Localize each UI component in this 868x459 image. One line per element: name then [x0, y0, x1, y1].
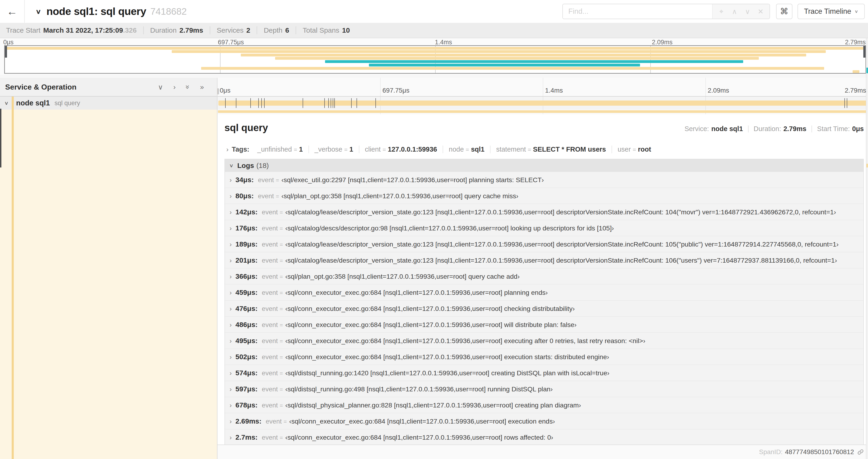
minimap-right-handle[interactable]: [863, 46, 865, 58]
log-field-name: event: [266, 418, 282, 425]
log-entry[interactable]: ›597μs:event=‹sql/distsql_running.go:498…: [225, 381, 863, 397]
chevron-right-icon: ›: [229, 418, 232, 425]
stat-trace-start: Trace Start March 31 2022, 17:25:09 .326: [6, 26, 137, 34]
log-entry[interactable]: ›495μs:event=‹sql/conn_executor_exec.go:…: [225, 332, 863, 349]
chevron-right-icon: ›: [229, 225, 232, 232]
chevron-right-icon: ›: [229, 321, 232, 329]
log-entry[interactable]: ›574μs:event=‹sql/distsql_running.go:142…: [225, 365, 863, 381]
minimap-left-handle[interactable]: [5, 46, 7, 58]
tag-value: 1: [299, 145, 303, 153]
prev-result-icon[interactable]: ∧: [728, 7, 741, 15]
log-entry[interactable]: ›366μs:event=‹sql/plan_opt.go:358 [nsql1…: [225, 268, 863, 284]
span-detail-header[interactable]: sql query Service: node sql1 Duration: 2…: [224, 122, 864, 133]
service-operation-header: Service & Operation: [5, 83, 76, 91]
stat-services: Services 2: [217, 26, 250, 34]
log-entry[interactable]: ›80μs:event=‹sql/plan_opt.go:358 [nsql1,…: [225, 188, 863, 204]
minimap-span-bar: [325, 60, 743, 63]
chevron-right-icon: ›: [229, 273, 232, 280]
log-entry[interactable]: ›201μs:event=‹sql/catalog/lease/descript…: [225, 252, 863, 268]
log-field-name: event: [262, 386, 278, 393]
tag-pill[interactable]: _unfinished=1: [252, 145, 309, 153]
tag-pill[interactable]: user=root: [612, 145, 657, 153]
log-field-value: ‹sql/distsql_running.go:1420 [nsql1,clie…: [285, 369, 610, 377]
logs-header[interactable]: ∨ Logs (18): [225, 159, 863, 172]
link-icon[interactable]: [857, 449, 864, 455]
log-field-value: ‹sql/conn_executor_exec.go:684 [nsql1,cl…: [285, 353, 609, 361]
log-entry[interactable]: ›2.7ms:event=‹sql/conn_executor_exec.go:…: [225, 429, 863, 445]
log-entry[interactable]: ›2.69ms:event=‹sql/conn_executor_exec.go…: [225, 413, 863, 429]
log-field-name: event: [262, 434, 278, 441]
tag-pill[interactable]: node=sql1: [443, 145, 491, 153]
span-name-column: Service & Operation ∨ › » » ∥ ∨ node sql…: [0, 78, 217, 459]
span-row-name-cell[interactable]: ∨ node sql1 sql query: [0, 97, 217, 110]
chevron-down-icon[interactable]: ∨: [35, 8, 41, 15]
timeline-column: 0μs 697.75μs 1.4ms 2.09ms 2.79ms sql que…: [217, 78, 868, 459]
tag-key: user: [618, 145, 631, 153]
log-field-name: event: [262, 337, 278, 345]
log-marker-tick: [328, 98, 329, 108]
chevron-right-icon: ›: [229, 209, 232, 216]
keyboard-shortcuts-button[interactable]: ⌘: [776, 4, 793, 19]
log-field-name: event: [262, 305, 278, 313]
find-input[interactable]: [563, 4, 712, 19]
log-entry[interactable]: ›176μs:event=‹sql/catalog/descs/descript…: [225, 220, 863, 236]
log-entry[interactable]: ›476μs:event=‹sql/conn_executor_exec.go:…: [225, 300, 863, 316]
log-timestamp: 201μs:: [236, 256, 257, 264]
tag-key: statement: [496, 145, 526, 153]
chevron-right-icon: ›: [229, 176, 232, 184]
chevron-down-icon: ∨: [229, 163, 234, 169]
collapse-all-icon[interactable]: »: [184, 85, 192, 89]
minimap-canvas[interactable]: [4, 45, 866, 74]
log-entry[interactable]: ›678μs:event=‹sql/distsql_physical_plann…: [225, 397, 863, 413]
ruler-tick-label: 1.4ms: [545, 87, 563, 94]
log-field-name: event: [262, 273, 278, 280]
log-entry[interactable]: ›486μs:event=‹sql/conn_executor_exec.go:…: [225, 316, 863, 332]
expand-one-icon[interactable]: ›: [174, 83, 176, 91]
log-field-value: ‹sql/catalog/descs/descriptor.go:98 [nsq…: [285, 224, 614, 232]
back-button[interactable]: ←: [0, 0, 25, 23]
detail-row-span-strip: [217, 110, 868, 114]
log-entry[interactable]: ›34μs:event=‹sql/exec_util.go:2297 [nsql…: [225, 172, 863, 188]
next-result-icon[interactable]: ∨: [741, 7, 754, 15]
log-entry[interactable]: ›189μs:event=‹sql/catalog/lease/descript…: [225, 236, 863, 252]
timeline-view: Service & Operation ∨ › » » ∥ ∨ node sql…: [0, 78, 868, 459]
log-entry[interactable]: ›142μs:event=‹sql/catalog/lease/descript…: [225, 204, 863, 220]
collapse-one-icon[interactable]: ∨: [158, 83, 163, 91]
span-service-name: node sql1: [16, 99, 50, 107]
tag-equals: =: [344, 146, 348, 153]
tag-pill[interactable]: _verbose=1: [309, 145, 359, 153]
chevron-right-icon: ›: [229, 305, 232, 313]
clear-search-icon[interactable]: ✕: [754, 7, 767, 15]
span-duration-bar[interactable]: [218, 101, 867, 106]
span-row-bar-cell[interactable]: [217, 97, 868, 110]
span-detail-left-gutter: [0, 110, 217, 459]
span-id-value: 4877749850101760812: [785, 448, 854, 456]
tag-equals: =: [528, 146, 531, 153]
log-field-value: ‹sql/conn_executor_exec.go:684 [nsql1,cl…: [285, 337, 645, 345]
locate-icon[interactable]: ⌖: [715, 7, 728, 15]
stat-value: 6: [285, 26, 289, 34]
minimap-span-bar: [852, 70, 860, 73]
log-field-name: event: [262, 208, 278, 216]
tag-pill[interactable]: client=127.0.0.1:59936: [359, 145, 443, 153]
right-scrollbar-track[interactable]: [866, 38, 868, 459]
log-marker-tick: [264, 98, 265, 108]
log-timestamp: 459μs:: [236, 289, 257, 296]
chevron-right-icon: ›: [229, 193, 232, 200]
log-field-value: ‹sql/conn_executor_exec.go:684 [nsql1,cl…: [285, 289, 548, 296]
log-field-name: event: [262, 402, 278, 409]
view-dropdown-button[interactable]: Trace Timeline ∨: [798, 4, 865, 19]
left-scrollbar-thumb[interactable]: [0, 109, 1, 167]
log-field-name: event: [262, 369, 278, 377]
log-entry[interactable]: ›459μs:event=‹sql/conn_executor_exec.go:…: [225, 284, 863, 300]
tag-pill[interactable]: statement=SELECT * FROM users: [491, 145, 612, 153]
expand-all-icon[interactable]: »: [200, 83, 204, 91]
log-entry[interactable]: ›502μs:event=‹sql/conn_executor_exec.go:…: [225, 349, 863, 365]
log-equals: =: [280, 225, 283, 232]
column-resizer-grip[interactable]: ∥: [217, 88, 220, 95]
minimap-span-bar: [241, 54, 806, 57]
chevron-down-icon[interactable]: ∨: [4, 100, 9, 106]
log-field-name: event: [262, 241, 278, 248]
log-marker-tick: [225, 98, 226, 108]
tags-row[interactable]: › Tags: _unfinished=1_verbose=1client=12…: [224, 145, 864, 153]
